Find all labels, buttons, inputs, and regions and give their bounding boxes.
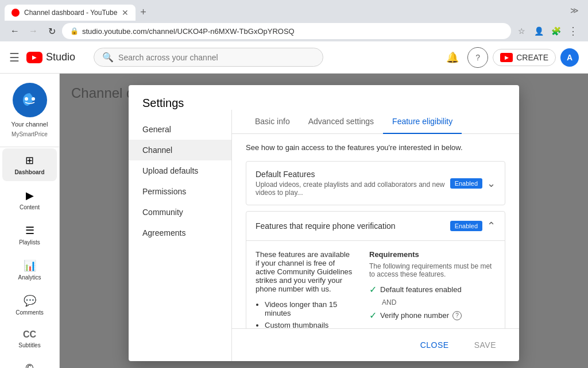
header-actions: 🔔 ? ▶ CREATE A bbox=[442, 47, 579, 68]
sidebar-item-copyright[interactable]: © Copyright bbox=[2, 356, 57, 368]
modal-sidebar-item-channel[interactable]: Channel bbox=[129, 140, 231, 160]
url-text: studio.youtube.com/channel/UCKO4P-n6MXW-… bbox=[82, 27, 503, 36]
comments-icon: 💬 bbox=[24, 294, 36, 307]
avatar-button[interactable]: A bbox=[560, 48, 579, 67]
new-tab-button[interactable]: + bbox=[136, 4, 151, 21]
browser-chrome: Channel dashboard - YouTube ✕ + ≫ bbox=[0, 0, 588, 21]
sidebar-item-label-comments: Comments bbox=[16, 309, 43, 316]
settings-modal: Settings General Channel Upload bbox=[129, 85, 519, 361]
basic-info-tab-label: Basic info bbox=[255, 117, 290, 126]
modal-title: Settings bbox=[142, 97, 505, 110]
refresh-button[interactable]: ↻ bbox=[44, 23, 60, 39]
tab-content: See how to gain access to the features y… bbox=[232, 134, 519, 328]
sidebar-item-playlists[interactable]: ☰ Playlists bbox=[2, 218, 57, 251]
modal-header: Settings bbox=[129, 85, 519, 110]
save-button[interactable]: SAVE bbox=[465, 336, 505, 354]
sidebar-item-subtitles[interactable]: CC Subtitles bbox=[2, 324, 57, 354]
check-icon-2: ✓ bbox=[369, 310, 377, 321]
search-icon: 🔍 bbox=[102, 52, 114, 63]
agreements-label: Agreements bbox=[142, 228, 185, 237]
req-item-phone: ✓ Verify phone number ? bbox=[369, 310, 496, 321]
address-bar: ← → ↻ 🔒 studio.youtube.com/channel/UCKO4… bbox=[0, 21, 588, 41]
default-features-name: Default Features bbox=[256, 170, 450, 179]
phone-verification-left: These features are available if your cha… bbox=[256, 250, 355, 328]
phone-verification-right: Requirements The following requirements … bbox=[369, 250, 496, 328]
copyright-icon: © bbox=[26, 362, 33, 368]
sidebar-item-dashboard[interactable]: ⊞ Dashboard bbox=[2, 148, 57, 181]
bookmark-icon[interactable]: ☆ bbox=[513, 23, 529, 39]
close-button[interactable]: CLOSE bbox=[411, 336, 458, 354]
sidebar-item-content[interactable]: ▶ Content bbox=[2, 183, 57, 216]
sidebar-item-comments[interactable]: 💬 Comments bbox=[2, 289, 57, 321]
modal-sidebar: General Channel Upload defaults Permissi… bbox=[129, 110, 232, 361]
default-features-sub: Upload videos, create playlists and add … bbox=[256, 181, 450, 197]
modal-sidebar-item-agreements[interactable]: Agreements bbox=[129, 223, 231, 243]
url-bar[interactable]: 🔒 studio.youtube.com/channel/UCKO4P-n6MX… bbox=[62, 23, 511, 39]
tab-title: Channel dashboard - YouTube bbox=[24, 9, 117, 17]
permissions-label: Permissions bbox=[142, 187, 186, 196]
tab-basic-info[interactable]: Basic info bbox=[246, 110, 299, 134]
browser-action-icons: ☆ 👤 🧩 ⋮ bbox=[513, 23, 581, 39]
content-icon: ▶ bbox=[26, 189, 34, 202]
general-label: General bbox=[142, 125, 171, 134]
extensions-icon[interactable]: 🧩 bbox=[548, 23, 564, 39]
hamburger-menu[interactable]: ☰ bbox=[9, 51, 20, 64]
subtitles-icon: CC bbox=[23, 329, 36, 340]
tab-close-icon[interactable]: ✕ bbox=[122, 8, 129, 17]
search-bar[interactable]: 🔍 bbox=[94, 48, 323, 67]
sidebar-item-label-content: Content bbox=[20, 204, 40, 210]
default-features-title-area: Default Features Upload videos, create p… bbox=[256, 170, 450, 197]
tab-feature-eligibility[interactable]: Feature eligibility bbox=[383, 110, 462, 134]
tab-favicon bbox=[11, 9, 20, 17]
studio-label: Studio bbox=[46, 51, 75, 63]
forward-button[interactable]: → bbox=[25, 23, 41, 39]
tab-overflow-icon[interactable]: ≫ bbox=[566, 3, 583, 17]
list-item-videos: Videos longer than 15 minutes bbox=[265, 300, 355, 317]
feature-description: See how to gain access to the features y… bbox=[246, 143, 505, 152]
sidebar-item-label-analytics: Analytics bbox=[18, 274, 41, 281]
help-button[interactable]: ? bbox=[467, 47, 488, 68]
modal-sidebar-item-upload-defaults[interactable]: Upload defaults bbox=[129, 160, 231, 181]
channel-name: Your channel bbox=[11, 121, 48, 128]
modal-sidebar-item-general[interactable]: General bbox=[129, 119, 231, 140]
requirements-title: Requirements bbox=[369, 250, 496, 259]
tab-advanced-settings[interactable]: Advanced settings bbox=[299, 110, 383, 134]
modal-content: Basic info Advanced settings Feature eli… bbox=[232, 110, 519, 361]
sidebar-item-analytics[interactable]: 📊 Analytics bbox=[2, 254, 57, 286]
search-input[interactable] bbox=[118, 53, 315, 62]
phone-verification-header[interactable]: Features that require phone verification… bbox=[246, 212, 505, 240]
back-button[interactable]: ← bbox=[7, 23, 23, 39]
channel-avatar bbox=[13, 83, 47, 117]
phone-verification-name: Features that require phone verification bbox=[256, 221, 450, 231]
main-layout: Your channel MySmartPrice ⊞ Dashboard ▶ … bbox=[0, 74, 588, 368]
phone-verification-title-area: Features that require phone verification bbox=[256, 221, 450, 231]
video-icon: ▶ bbox=[505, 55, 509, 60]
content-area: Channel dashboard Settings General bbox=[60, 74, 588, 368]
sidebar: Your channel MySmartPrice ⊞ Dashboard ▶ … bbox=[0, 74, 60, 368]
menu-dots-icon[interactable]: ⋮ bbox=[565, 23, 581, 39]
create-button[interactable]: ▶ CREATE bbox=[493, 49, 556, 66]
profile-icon[interactable]: 👤 bbox=[531, 23, 547, 39]
phone-verification-list: Videos longer than 15 minutes Custom thu… bbox=[265, 300, 355, 328]
and-divider: AND bbox=[382, 298, 496, 306]
phone-verification-text: These features are available if your cha… bbox=[256, 250, 355, 293]
modal-sidebar-item-community[interactable]: Community bbox=[129, 202, 231, 223]
logo-area: ▶ Studio bbox=[26, 51, 75, 63]
req-label-default: Default features enabled bbox=[380, 285, 462, 294]
play-icon: ▶ bbox=[32, 54, 37, 60]
youtube-logo: ▶ bbox=[26, 52, 42, 63]
modal-sidebar-item-permissions[interactable]: Permissions bbox=[129, 181, 231, 202]
notifications-button[interactable]: 🔔 bbox=[442, 47, 463, 68]
help-icon[interactable]: ? bbox=[452, 311, 462, 320]
default-features-card: Default Features Upload videos, create p… bbox=[246, 161, 505, 205]
default-features-header[interactable]: Default Features Upload videos, create p… bbox=[246, 162, 505, 205]
list-item-thumbnails: Custom thumbnails bbox=[265, 321, 355, 328]
check-icon-1: ✓ bbox=[369, 284, 377, 295]
default-features-chevron-icon[interactable]: ⌄ bbox=[487, 177, 496, 190]
modal-body: General Channel Upload defaults Permissi… bbox=[129, 110, 519, 361]
channel-handle: MySmartPrice bbox=[11, 131, 48, 137]
active-tab[interactable]: Channel dashboard - YouTube ✕ bbox=[5, 5, 136, 21]
req-label-phone: Verify phone number bbox=[380, 311, 449, 320]
avatar-initial: A bbox=[567, 53, 572, 62]
phone-verification-chevron-icon[interactable]: ⌃ bbox=[487, 220, 496, 232]
